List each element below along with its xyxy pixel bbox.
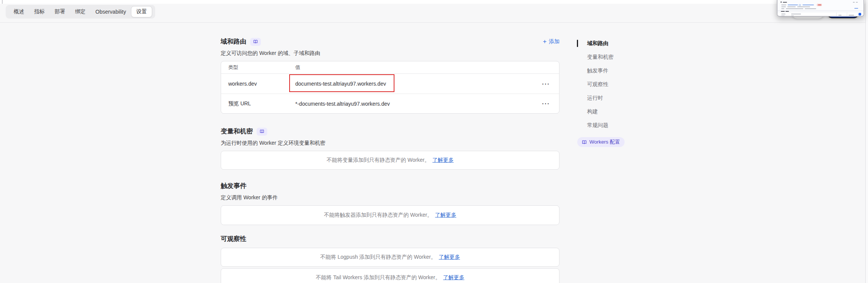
section-subtitle: 定义可访问您的 Worker 的域、子域和路由	[221, 49, 559, 57]
workers-config-label: Workers 配置	[589, 139, 620, 145]
nav-item-runtime[interactable]: 运行时	[576, 91, 655, 105]
add-button-label: 添加	[549, 38, 559, 45]
thumb-see-all-link	[854, 8, 858, 9]
top-edge-tick	[2, 0, 3, 4]
thumb-text-bar	[781, 5, 786, 5]
thumb-cell-bar	[781, 16, 785, 16]
nav-item-label: 常规问题	[587, 122, 608, 129]
section-domains-routes: 域和路由 + 添加 定义可访问您的 Worker 的域、子域和路由 类型 值	[221, 38, 559, 114]
thumb-column-line	[836, 13, 837, 17]
tail-workers-notice-card: 不能将 Tail Workers 添加到只有静态资产的 Worker。 了解更多	[221, 268, 559, 283]
thumb-header-dash	[856, 2, 858, 3]
tab-metrics[interactable]: 指标	[29, 6, 50, 17]
column-header-type: 类型	[221, 64, 293, 71]
thumb-cell-bar	[791, 16, 794, 16]
book-icon	[582, 140, 587, 145]
workers-settings-page: 概述 指标 部署 绑定 Observability 设置 域和路由 + 添加	[0, 0, 868, 283]
nav-item-variables-secrets[interactable]: 变量和机密	[576, 50, 655, 64]
thumb-link-bar	[803, 5, 814, 5]
section-title: 域和路由	[221, 38, 246, 46]
section-subtitle: 为运行时使用的 Worker 定义环境变量和机密	[221, 139, 559, 147]
right-edge-border	[865, 0, 866, 283]
nav-item-general-issues[interactable]: 常规问题	[576, 119, 655, 132]
active-indicator-bar	[577, 40, 578, 47]
section-title: 变量和机密	[221, 127, 253, 136]
settings-content: 域和路由 + 添加 定义可访问您的 Worker 的域、子域和路由 类型 值	[221, 22, 559, 283]
row-actions-button[interactable]: ···	[542, 100, 559, 107]
variables-notice-card: 不能将变量添加到只有静态资产的 Worker。 了解更多	[221, 151, 559, 170]
section-triggers: 触发事件 定义调用 Worker 的事件 不能将触发器添加到只有静态资产的 Wo…	[221, 182, 559, 225]
workers-config-pill[interactable]: Workers 配置	[577, 137, 625, 147]
nav-item-label: 可观察性	[587, 81, 608, 88]
column-header-value: 值	[293, 64, 559, 71]
thumb-blue-chip	[799, 4, 801, 6]
thumb-red-badge	[817, 4, 822, 6]
domains-table: 类型 值 workers.dev documents-test.altriayu…	[221, 61, 559, 114]
top-strip	[0, 0, 868, 4]
learn-more-link[interactable]: 了解更多	[432, 157, 453, 164]
thumb-title-bar	[783, 2, 787, 3]
triggers-notice-card: 不能将触发器添加到只有静态资产的 Worker。 了解更多	[221, 205, 559, 225]
thumb-text-bar	[781, 8, 784, 9]
notice-text: 不能将变量添加到只有静态资产的 Worker。	[327, 157, 430, 164]
screenshot-preview-thumbnail[interactable]	[777, 0, 864, 17]
nav-item-label: 触发事件	[587, 67, 608, 74]
thumb-cell-bar	[781, 14, 785, 14]
notice-text: 不能将 Logpush 添加到只有静态资产的 Worker。	[320, 254, 436, 261]
thumb-blue-button	[859, 13, 861, 16]
thumb-cell-bar	[838, 15, 842, 16]
table-row: workers.dev documents-test.altriayu97.wo…	[221, 74, 559, 94]
notice-text: 不能将 Tail Workers 添加到只有静态资产的 Worker。	[316, 274, 440, 281]
tab-settings[interactable]: 设置	[131, 6, 152, 17]
docs-badge[interactable]	[250, 38, 261, 46]
on-this-page-nav: 域和路由 变量和机密 触发事件 可观察性 运行时 构建 常规问题 Workers…	[576, 37, 655, 147]
nav-item-triggers[interactable]: 触发事件	[576, 64, 655, 78]
thumb-text-bar	[787, 6, 796, 7]
thumb-header-dash	[853, 2, 855, 3]
learn-more-link[interactable]: 了解更多	[435, 212, 456, 219]
tab-bindings[interactable]: 绑定	[70, 6, 90, 17]
thumb-column-line	[847, 13, 847, 17]
thumb-cell-bar	[849, 15, 854, 16]
thumb-text-bar	[781, 6, 786, 7]
row-actions-button[interactable]: ···	[542, 81, 559, 87]
section-title: 可观察性	[221, 235, 246, 243]
row-value: documents-test.altriayu97.workers.dev	[293, 81, 542, 87]
thumb-cell-bar	[791, 14, 801, 14]
section-title: 触发事件	[221, 182, 246, 190]
nav-item-label: 变量和机密	[587, 54, 614, 61]
plus-icon: +	[543, 39, 547, 44]
learn-more-link[interactable]: 了解更多	[439, 254, 460, 261]
book-icon	[253, 39, 258, 44]
notice-text: 不能将触发器添加到只有静态资产的 Worker。	[324, 212, 433, 219]
thumb-divider	[778, 10, 863, 11]
tab-observability[interactable]: Observability	[90, 6, 131, 17]
right-edge-strip	[866, 0, 868, 283]
logpush-notice-card: 不能将 Logpush 添加到只有静态资产的 Worker。 了解更多	[221, 248, 559, 267]
thumb-table-area	[778, 12, 863, 17]
tab-bar: 概述 指标 部署 绑定 Observability 设置	[6, 5, 155, 19]
table-header-row: 类型 值	[221, 61, 559, 74]
nav-item-label: 运行时	[587, 95, 603, 102]
section-observability: 可观察性 不能将 Logpush 添加到只有静态资产的 Worker。 了解更多…	[221, 235, 559, 283]
thumb-link-bar	[788, 5, 798, 5]
docs-badge[interactable]	[257, 128, 267, 136]
thumb-text-bar	[797, 6, 810, 7]
thumb-text-bar	[786, 8, 803, 9]
thumb-text-bar	[805, 8, 816, 9]
add-domain-button[interactable]: + 添加	[543, 38, 559, 45]
nav-item-builds[interactable]: 构建	[576, 105, 655, 119]
book-icon	[260, 129, 264, 134]
nav-item-domains-routes[interactable]: 域和路由	[576, 37, 655, 50]
tab-overview[interactable]: 概述	[9, 6, 29, 17]
nav-item-label: 构建	[587, 108, 598, 115]
table-row: 预览 URL *-documents-test.altriayu97.worke…	[221, 94, 559, 113]
row-value: *-documents-test.altriayu97.workers.dev	[293, 101, 542, 107]
row-type: workers.dev	[221, 81, 293, 87]
nav-item-label: 域和路由	[587, 40, 608, 47]
row-type: 预览 URL	[221, 100, 293, 107]
section-subtitle: 定义调用 Worker 的事件	[221, 194, 559, 201]
nav-item-observability[interactable]: 可观察性	[576, 78, 655, 91]
tab-deployments[interactable]: 部署	[50, 6, 70, 17]
learn-more-link[interactable]: 了解更多	[443, 274, 464, 281]
